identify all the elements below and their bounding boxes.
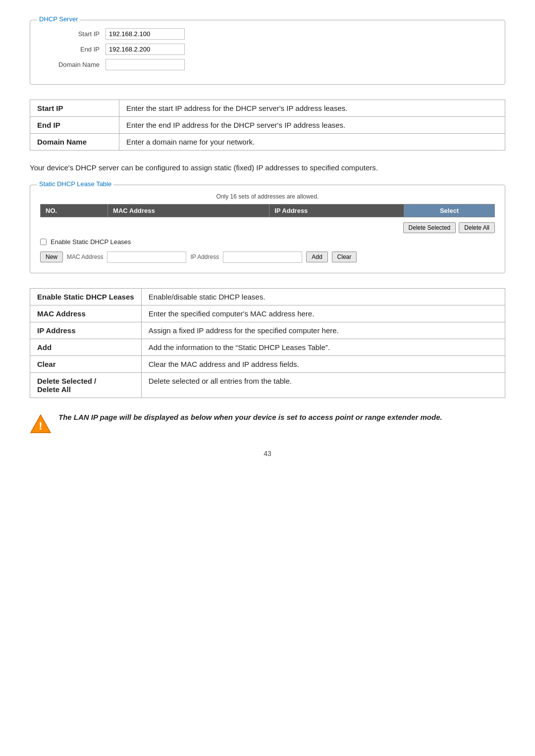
- term-enable-static: Enable Static DHCP Leases: [30, 288, 142, 305]
- info-table-2: Enable Static DHCP Leases Enable/disable…: [30, 288, 505, 398]
- enable-static-label: Enable Static DHCP Leases: [51, 238, 131, 246]
- table-row: Domain Name Enter a domain name for your…: [30, 134, 505, 151]
- term-domain-name: Domain Name: [30, 134, 119, 151]
- enable-static-row: Enable Static DHCP Leases: [40, 238, 495, 246]
- table-row: Enable Static DHCP Leases Enable/disable…: [30, 288, 505, 305]
- warning-text: The LAN IP page will be displayed as bel…: [58, 412, 442, 423]
- dhcp-server-panel-title: DHCP Server: [37, 15, 80, 23]
- term-add: Add: [30, 339, 142, 355]
- desc-add: Add the information to the “Static DHCP …: [141, 339, 505, 355]
- dhcp-server-panel: DHCP Server Start IP End IP Domain Name: [30, 20, 505, 85]
- term-end-ip: End IP: [30, 117, 119, 134]
- warning-icon: !: [30, 413, 52, 435]
- static-panel-title: Static DHCP Lease Table: [37, 180, 113, 188]
- end-ip-input[interactable]: [106, 44, 185, 55]
- table-row: End IP Enter the end IP address for the …: [30, 117, 505, 134]
- domain-name-row: Domain Name: [40, 59, 495, 70]
- svg-text:!: !: [39, 420, 42, 432]
- desc-start-ip: Enter the start IP address for the DHCP …: [119, 100, 505, 117]
- lease-table-header: NO. MAC Address IP Address Select: [41, 204, 495, 217]
- info-table-1: Start IP Enter the start IP address for …: [30, 100, 505, 151]
- desc-delete: Delete selected or all entries from the …: [141, 372, 505, 398]
- term-start-ip: Start IP: [30, 100, 119, 117]
- mac-address-input[interactable]: [107, 252, 186, 263]
- start-ip-input[interactable]: [106, 28, 185, 40]
- clear-button[interactable]: Clear: [332, 252, 357, 262]
- table-row: Clear Clear the MAC address and IP addre…: [30, 355, 505, 372]
- col-ip: IP Address: [269, 204, 404, 217]
- page-number: 43: [30, 450, 505, 457]
- col-select: Select: [404, 204, 495, 217]
- end-ip-label: End IP: [40, 46, 100, 53]
- table-row: MAC Address Enter the specified computer…: [30, 305, 505, 322]
- term-clear: Clear: [30, 355, 142, 372]
- table-row: IP Address Assign a fixed IP address for…: [30, 322, 505, 339]
- ip-address-label: IP Address: [190, 253, 219, 260]
- delete-all-button[interactable]: Delete All: [459, 222, 495, 233]
- domain-name-input[interactable]: [106, 59, 185, 70]
- table-row: Add Add the information to the “Static D…: [30, 339, 505, 355]
- ip-address-input[interactable]: [223, 252, 302, 263]
- desc-enable-static: Enable/disable static DHCP leases.: [141, 288, 505, 305]
- term-ip-address: IP Address: [30, 322, 142, 339]
- end-ip-row: End IP: [40, 44, 495, 55]
- domain-name-label: Domain Name: [40, 61, 100, 68]
- mac-address-label: MAC Address: [67, 253, 103, 260]
- new-button[interactable]: New: [40, 252, 63, 262]
- table-row: Delete Selected /Delete All Delete selec…: [30, 372, 505, 398]
- start-ip-label: Start IP: [40, 30, 100, 38]
- enable-static-checkbox[interactable]: [40, 239, 47, 245]
- desc-domain-name: Enter a domain name for your network.: [119, 134, 505, 151]
- desc-clear: Clear the MAC address and IP address fie…: [141, 355, 505, 372]
- start-ip-row: Start IP: [40, 28, 495, 40]
- body-text: Your device's DHCP server can be configu…: [30, 162, 505, 174]
- table-row: Start IP Enter the start IP address for …: [30, 100, 505, 117]
- static-dhcp-panel: Static DHCP Lease Table Only 16 sets of …: [30, 185, 505, 273]
- desc-ip-address: Assign a fixed IP address for the specif…: [141, 322, 505, 339]
- term-mac-address: MAC Address: [30, 305, 142, 322]
- only-note: Only 16 sets of addresses are allowed.: [40, 193, 495, 200]
- action-row: Delete Selected Delete All: [40, 222, 495, 233]
- desc-end-ip: Enter the end IP address for the DHCP se…: [119, 117, 505, 134]
- desc-mac-address: Enter the specified computer's MAC addre…: [141, 305, 505, 322]
- lease-table: NO. MAC Address IP Address Select: [40, 204, 495, 217]
- add-button[interactable]: Add: [306, 252, 327, 262]
- col-no: NO.: [41, 204, 108, 217]
- warning-box: ! The LAN IP page will be displayed as b…: [30, 412, 505, 435]
- col-mac: MAC Address: [108, 204, 269, 217]
- term-delete: Delete Selected /Delete All: [30, 372, 142, 398]
- delete-selected-button[interactable]: Delete Selected: [403, 222, 456, 233]
- new-entry-row: New MAC Address IP Address Add Clear: [40, 252, 495, 263]
